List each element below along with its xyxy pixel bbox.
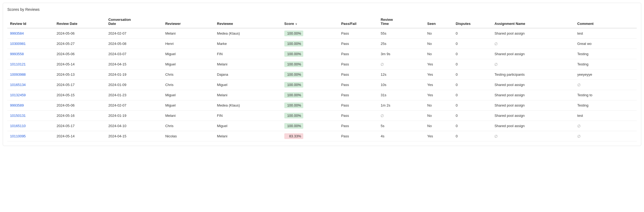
review-time-cell: 3m 9s <box>378 49 424 59</box>
pass-fail-cell: Pass <box>339 59 378 69</box>
disputes-cell: 0 <box>453 90 492 100</box>
pass-fail-cell: Pass <box>339 39 378 49</box>
table-title: Scores by Reviews <box>7 7 637 12</box>
seen-cell: No <box>424 111 453 121</box>
review-id-link[interactable]: 10093988 <box>10 72 26 77</box>
reviewee-cell: Melani <box>214 90 282 100</box>
table-header-row: Review IdReview DateConversationDateRevi… <box>7 15 637 28</box>
review-id-link[interactable]: 10110121 <box>10 62 26 66</box>
col-header-pass_fail: Pass/Fail <box>339 15 378 28</box>
col-header-score[interactable]: Score ∨ <box>282 15 339 28</box>
score-cell: 100.00% <box>282 69 339 80</box>
seen-cell: No <box>424 121 453 131</box>
score-cell: 100.00% <box>282 100 339 111</box>
reviewee-cell: Marke <box>214 39 282 49</box>
null-symbol: ∅ <box>577 134 581 138</box>
review-id-link[interactable]: 9993558 <box>10 52 24 56</box>
col-label-score: Score <box>284 22 294 26</box>
reviewer-cell: Miguel <box>163 100 214 111</box>
review-time-cell: 10s <box>378 80 424 90</box>
score-badge: 100.00% <box>284 92 303 98</box>
pass-fail-cell: Pass <box>339 49 378 59</box>
conv-date-cell: 2024-01-09 <box>106 80 163 90</box>
pass-fail-cell: Pass <box>339 80 378 90</box>
reviewee-cell: Miguel <box>214 80 282 90</box>
col-label-assignment_name: Assignment Name <box>494 22 525 26</box>
comment-cell: yeeyeyye <box>575 69 637 80</box>
disputes-cell: 0 <box>453 39 492 49</box>
col-label-seen: Seen <box>427 22 436 26</box>
disputes-cell: 0 <box>453 69 492 80</box>
review-time-cell: 55s <box>378 28 424 39</box>
assignment-name-cell: Shared pool assign <box>492 49 574 59</box>
review-id-link[interactable]: 9993584 <box>10 31 24 35</box>
review-id-cell: 10150131 <box>7 111 54 121</box>
review-time-cell: 31s <box>378 90 424 100</box>
score-badge: 100.00% <box>284 82 303 88</box>
review-id-link[interactable]: 10165134 <box>10 83 26 87</box>
review-id-link[interactable]: 10165110 <box>10 124 26 128</box>
review-id-link[interactable]: 10150131 <box>10 114 26 118</box>
col-label-reviewer: Reviewer <box>165 22 181 26</box>
reviewee-cell: Melani <box>214 131 282 141</box>
comment-cell: ∅ <box>575 80 637 90</box>
assignment-name-cell: Testing participants <box>492 69 574 80</box>
col-label-conv_date: ConversationDate <box>108 18 131 26</box>
table-row: 99935842024-05-062024-02-07MelaniMedea (… <box>7 28 637 39</box>
null-symbol: ∅ <box>494 134 498 138</box>
reviewee-cell: Miguel <box>214 121 282 131</box>
review-date-cell: 2024-05-06 <box>54 28 106 39</box>
review-id-link[interactable]: 10300981 <box>10 42 26 46</box>
assignment-name-cell: ∅ <box>492 131 574 141</box>
comment-cell: test <box>575 28 637 39</box>
reviewer-cell: Nicolas <box>163 131 214 141</box>
review-date-cell: 2024-05-14 <box>54 131 106 141</box>
col-label-review_id: Review Id <box>10 22 26 26</box>
review-id-link[interactable]: 10110095 <box>10 134 26 138</box>
disputes-cell: 0 <box>453 59 492 69</box>
conv-date-cell: 2024-01-19 <box>106 69 163 80</box>
review-date-cell: 2024-05-06 <box>54 49 106 59</box>
review-time-cell: ∅ <box>378 111 424 121</box>
review-id-link[interactable]: 10132459 <box>10 93 26 97</box>
reviewer-cell: Henri <box>163 39 214 49</box>
table-row: 101100952024-05-142024-04-15NicolasMelan… <box>7 131 637 141</box>
seen-cell: Yes <box>424 131 453 141</box>
comment-cell: Testing <box>575 49 637 59</box>
review-id-cell: 10110095 <box>7 131 54 141</box>
score-badge: 100.00% <box>284 41 303 47</box>
conv-date-cell: 2024-05-08 <box>106 39 163 49</box>
pass-fail-cell: Pass <box>339 69 378 80</box>
assignment-name-cell: ∅ <box>492 59 574 69</box>
score-cell: 100.00% <box>282 80 339 90</box>
col-header-reviewer: Reviewer <box>163 15 214 28</box>
reviewer-cell: Chris <box>163 121 214 131</box>
conv-date-cell: 2024-01-19 <box>106 111 163 121</box>
col-label-review_date: Review Date <box>57 22 78 26</box>
score-cell: 100.00% <box>282 111 339 121</box>
seen-cell: No <box>424 39 453 49</box>
seen-cell: No <box>424 100 453 111</box>
score-badge: 100.00% <box>284 102 303 108</box>
table-row: 101651102024-05-172024-04-10ChrisMiguel1… <box>7 121 637 131</box>
seen-cell: Yes <box>424 59 453 69</box>
review-date-cell: 2024-05-13 <box>54 69 106 80</box>
review-id-link[interactable]: 9993589 <box>10 103 24 107</box>
disputes-cell: 0 <box>453 49 492 59</box>
table-row: 99935892024-05-062024-02-07MiguelMedea (… <box>7 100 637 111</box>
reviewee-cell: FIN <box>214 111 282 121</box>
reviewer-cell: Miguel <box>163 90 214 100</box>
review-time-cell: ∅ <box>378 59 424 69</box>
seen-cell: Yes <box>424 80 453 90</box>
comment-cell: Testing to <box>575 90 637 100</box>
assignment-name-cell: ∅ <box>492 39 574 49</box>
disputes-cell: 0 <box>453 121 492 131</box>
table-row: 101501312024-05-162024-01-19MelaniFIN100… <box>7 111 637 121</box>
score-cell: 100.00% <box>282 28 339 39</box>
col-header-reviewee: Reviewee <box>214 15 282 28</box>
review-id-cell: 10165110 <box>7 121 54 131</box>
pass-fail-cell: Pass <box>339 28 378 39</box>
sort-icon-score[interactable]: ∨ <box>295 22 297 25</box>
reviewee-cell: Dajana <box>214 69 282 80</box>
review-id-cell: 9993589 <box>7 100 54 111</box>
